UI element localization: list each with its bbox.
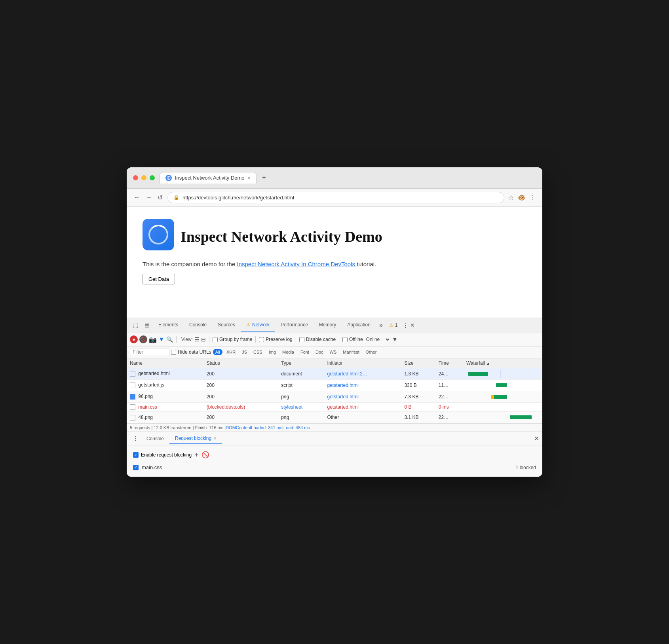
col-initiator[interactable]: Initiator <box>324 358 401 368</box>
more-tabs-button[interactable]: » <box>376 322 386 329</box>
filter-button[interactable]: ▼ <box>158 336 165 343</box>
address-bar: ← → ↺ 🔒 https://devtools.glitch.me/netwo… <box>127 189 542 207</box>
col-waterfall[interactable]: Waterfall ▲ <box>463 358 542 368</box>
col-type[interactable]: Type <box>278 358 324 368</box>
refresh-button[interactable]: ↺ <box>157 193 163 202</box>
cell-initiator[interactable]: getstarted.html:2… <box>324 368 401 379</box>
devtools-close-icon[interactable]: ✕ <box>410 322 415 328</box>
record-button[interactable]: ● <box>130 335 138 343</box>
filter-doc-button[interactable]: Doc <box>313 349 326 355</box>
get-data-button[interactable]: Get Data <box>143 274 175 284</box>
browser-menu-icon[interactable]: ⋮ <box>530 194 536 201</box>
page-link[interactable]: Inspect Network Activity In Chrome DevTo… <box>237 261 357 267</box>
preserve-log-label[interactable]: Preserve log <box>259 337 292 342</box>
disable-cache-checkbox[interactable] <box>299 337 304 342</box>
logo-circle <box>148 225 168 244</box>
tab-elements[interactable]: Elements <box>153 319 184 331</box>
network-status-bar: 5 requests | 12.0 KB transferred | Finis… <box>127 423 542 432</box>
tab-console[interactable]: Console <box>184 319 212 331</box>
hide-data-urls-checkbox[interactable] <box>171 350 176 355</box>
block-icon-button[interactable]: 🚫 <box>201 451 209 458</box>
table-row[interactable]: 96.png 200 png getstarted.html 7.3 KB 22… <box>127 391 542 402</box>
col-time[interactable]: Time <box>435 358 463 368</box>
table-row[interactable]: getstarted.html 200 document getstarted.… <box>127 368 542 379</box>
back-button[interactable]: ← <box>133 193 141 202</box>
waterfall-blue-line <box>500 370 500 378</box>
filter-input[interactable] <box>130 348 169 356</box>
hide-data-urls-label[interactable]: Hide data URLs <box>171 349 211 355</box>
offline-label[interactable]: Offline <box>342 337 363 342</box>
filter-xhr-button[interactable]: XHR <box>224 349 238 355</box>
profile-icon[interactable]: 🐵 <box>518 194 526 201</box>
cell-status: 200 <box>203 379 278 391</box>
tab-sources[interactable]: Sources <box>212 319 241 331</box>
page-description: This is the companion demo for the Inspe… <box>143 261 526 267</box>
camera-button[interactable]: 📷 <box>149 336 157 343</box>
request-blocking-header: ✓ Enable request blocking + 🚫 <box>130 449 539 461</box>
devtools-cursor-icon[interactable]: ⬚ <box>130 322 141 328</box>
bookmark-icon[interactable]: ☆ <box>508 194 514 201</box>
filter-img-button[interactable]: Img <box>266 349 278 355</box>
network-table-wrapper: Name Status Type Initiator Size Time Wat… <box>127 358 542 424</box>
col-name[interactable]: Name <box>127 358 203 368</box>
tab-memory[interactable]: Memory <box>314 319 342 331</box>
filter-css-button[interactable]: CSS <box>251 349 265 355</box>
tab-application[interactable]: Application <box>342 319 376 331</box>
throttle-dropdown-icon[interactable]: ▼ <box>392 336 398 343</box>
view-waterfall-icon[interactable]: ⊟ <box>201 336 206 343</box>
load-text: Load: 484 ms <box>283 425 310 430</box>
add-pattern-button[interactable]: + <box>195 451 198 458</box>
filter-js-button[interactable]: JS <box>239 349 249 355</box>
filter-manifest-button[interactable]: Manifest <box>340 349 362 355</box>
devtools-sidebar-icon[interactable]: ▤ <box>141 322 153 328</box>
offline-checkbox[interactable] <box>342 337 348 342</box>
cell-initiator[interactable]: getstarted.html <box>324 391 401 402</box>
enable-rb-checkbox-icon: ✓ <box>133 452 139 458</box>
cell-time: 22… <box>435 412 463 423</box>
enable-request-blocking-label[interactable]: ✓ Enable request blocking <box>133 452 192 458</box>
group-by-frame-checkbox[interactable] <box>213 337 218 342</box>
file-type-icon <box>130 371 135 377</box>
cell-size: 330 B <box>401 379 435 391</box>
cell-initiator[interactable]: getstarted.html <box>324 379 401 391</box>
view-list-icon[interactable]: ☰ <box>194 336 200 343</box>
rb-list-item[interactable]: ✓ main.css 1 blocked <box>130 461 539 474</box>
bottom-panel-close-icon[interactable]: ✕ <box>534 435 539 442</box>
minimize-traffic-light[interactable] <box>141 175 146 180</box>
filter-font-button[interactable]: Font <box>298 349 312 355</box>
tab-close-button[interactable]: × <box>248 175 251 181</box>
page-logo <box>143 219 174 250</box>
filter-media-button[interactable]: Media <box>280 349 296 355</box>
table-row[interactable]: main.css (blocked:devtools) stylesheet g… <box>127 402 542 412</box>
col-size[interactable]: Size <box>401 358 435 368</box>
col-status[interactable]: Status <box>203 358 278 368</box>
bottom-panel-menu-icon[interactable]: ⋮ <box>130 435 141 442</box>
tab-bottom-request-blocking[interactable]: Request blocking × <box>169 433 222 444</box>
browser-tab[interactable]: Inspect Network Activity Demo × <box>160 172 257 184</box>
filter-other-button[interactable]: Other <box>363 349 379 355</box>
tab-performance[interactable]: Performance <box>275 319 314 331</box>
rb-item-checkbox[interactable]: ✓ <box>133 465 139 470</box>
request-blocking-tab-close[interactable]: × <box>214 436 216 441</box>
stop-button[interactable]: 🚫 <box>139 335 147 343</box>
throttle-select[interactable]: Online Fast 3G Slow 3G Offline <box>365 336 391 343</box>
devtools-settings-icon[interactable]: ⋮ <box>402 322 409 329</box>
filter-all-button[interactable]: All <box>213 349 222 355</box>
tab-network[interactable]: ⚠ Network <box>241 319 275 331</box>
tab-bottom-console[interactable]: Console <box>141 434 169 444</box>
network-table: Name Status Type Initiator Size Time Wat… <box>127 358 542 424</box>
new-tab-button[interactable]: + <box>260 173 269 183</box>
cell-status: 200 <box>203 391 278 402</box>
group-by-frame-label[interactable]: Group by frame <box>213 337 252 342</box>
disable-cache-label[interactable]: Disable cache <box>299 337 336 342</box>
url-bar[interactable]: 🔒 https://devtools.glitch.me/network/get… <box>167 192 504 203</box>
maximize-traffic-light[interactable] <box>150 175 155 180</box>
cell-name: 48.png <box>127 412 203 423</box>
table-row[interactable]: 48.png 200 png Other 3.1 KB 22… <box>127 412 542 423</box>
close-traffic-light[interactable] <box>133 175 138 180</box>
table-row[interactable]: getstarted.js 200 script getstarted.html… <box>127 379 542 391</box>
preserve-log-checkbox[interactable] <box>259 337 264 342</box>
search-button[interactable]: 🔍 <box>166 336 173 343</box>
filter-ws-button[interactable]: WS <box>327 349 339 355</box>
forward-button[interactable]: → <box>145 193 153 202</box>
